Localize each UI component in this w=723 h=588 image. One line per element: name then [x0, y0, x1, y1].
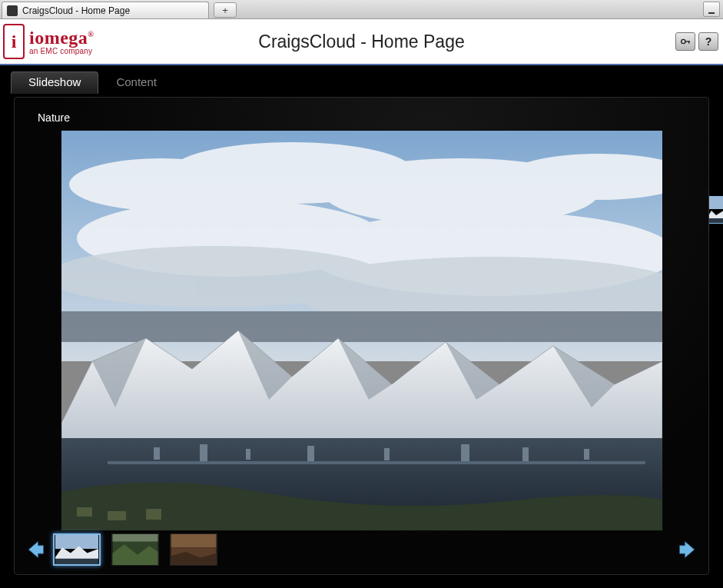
thumbnail-3[interactable]: [170, 533, 217, 566]
svg-rect-26: [55, 535, 98, 549]
tab-slideshow[interactable]: Slideshow: [11, 71, 98, 94]
favicon-icon: [7, 5, 18, 16]
tab-slideshow-label: Slideshow: [28, 75, 81, 88]
svg-rect-27: [55, 559, 98, 564]
brand-logo[interactable]: i iomega® an EMC company: [3, 24, 94, 59]
svg-rect-32: [708, 197, 723, 209]
arrow-right-icon: [677, 539, 698, 560]
logo-subtitle: an EMC company: [29, 48, 94, 55]
window-minimize-button[interactable]: [703, 2, 720, 17]
tab-content-label: Content: [116, 75, 157, 88]
logo-brand-name: iomega: [29, 28, 88, 48]
main-photo[interactable]: [61, 130, 663, 531]
arrow-left-icon: [25, 539, 46, 560]
svg-rect-23: [77, 507, 92, 517]
svg-rect-18: [307, 446, 314, 461]
svg-rect-16: [200, 444, 207, 461]
forest-thumb-icon: [112, 534, 158, 565]
svg-rect-22: [584, 449, 589, 460]
content-stage: Slideshow Content Nature: [0, 65, 723, 588]
help-button[interactable]: ?: [698, 32, 718, 51]
svg-rect-33: [708, 218, 723, 223]
question-icon: ?: [705, 35, 712, 48]
svg-rect-12: [61, 311, 662, 342]
tab-content[interactable]: Content: [98, 71, 174, 94]
app-header: i iomega® an EMC company CraigsCloud - H…: [0, 19, 723, 65]
key-icon: [679, 35, 691, 48]
plus-icon: +: [222, 5, 228, 16]
svg-rect-24: [108, 511, 126, 520]
album-title: Nature: [38, 111, 687, 124]
thumbnail-row: [22, 530, 701, 570]
view-tabs: Slideshow Content: [0, 65, 723, 94]
logo-text: iomega® an EMC company: [29, 28, 94, 55]
browser-tab[interactable]: CraigsCloud - Home Page: [2, 2, 209, 18]
svg-rect-17: [246, 449, 250, 460]
next-arrow-button[interactable]: [675, 537, 701, 563]
svg-rect-21: [522, 447, 529, 461]
svg-rect-15: [154, 447, 160, 460]
svg-rect-30: [171, 534, 216, 547]
browser-tabstrip: CraigsCloud - Home Page +: [0, 0, 723, 19]
desert-thumb-icon: [171, 534, 217, 565]
side-peek-strip[interactable]: [708, 188, 723, 234]
logo-glyph-icon: i: [3, 24, 25, 59]
new-tab-button[interactable]: +: [214, 2, 237, 18]
peek-thumbnail: [708, 196, 723, 224]
login-key-button[interactable]: [675, 32, 695, 51]
svg-rect-2: [688, 41, 689, 43]
thumbnail-1[interactable]: [53, 533, 101, 566]
page-title: CraigsCloud - Home Page: [0, 32, 723, 52]
svg-rect-20: [461, 444, 469, 461]
browser-tab-title: CraigsCloud - Home Page: [22, 5, 130, 16]
header-buttons: ?: [675, 32, 718, 51]
svg-rect-19: [384, 448, 390, 460]
thumbnail-2[interactable]: [111, 533, 159, 566]
registered-mark: ®: [88, 30, 94, 38]
svg-rect-14: [108, 461, 645, 464]
minimize-icon: [708, 12, 715, 14]
prev-arrow-button[interactable]: [22, 537, 48, 563]
slideshow-frame: Nature: [14, 97, 709, 575]
thumbnail-list: [53, 533, 217, 566]
svg-rect-25: [146, 509, 161, 520]
mountain-image-icon: [61, 131, 662, 530]
svg-rect-29: [112, 534, 158, 542]
mountain-thumb-icon: [55, 535, 99, 564]
svg-point-0: [682, 39, 685, 43]
